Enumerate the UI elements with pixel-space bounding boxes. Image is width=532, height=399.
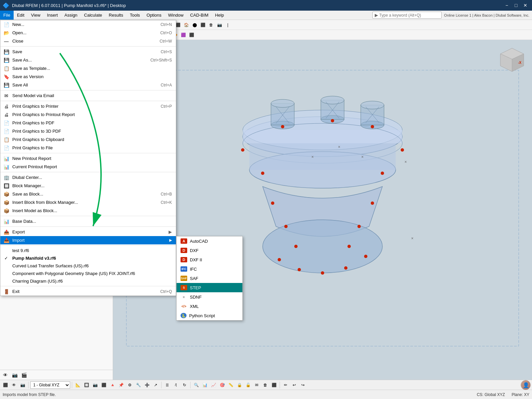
menu-insert-model-block[interactable]: 📦 Insert Model as Block... xyxy=(0,206,176,215)
menu-results[interactable]: Results xyxy=(105,11,126,20)
edit-btn-1[interactable]: ✏ xyxy=(282,381,290,389)
menu-open[interactable]: 📂 Open... Ctrl+O xyxy=(0,29,176,37)
coord-btn-4[interactable]: ⬛ xyxy=(100,381,108,389)
menu-edit[interactable]: Edit xyxy=(14,11,28,20)
render-btn-5[interactable]: 📏 xyxy=(227,381,235,389)
coord-btn-1[interactable]: 📐 xyxy=(74,381,82,389)
menu-import[interactable]: 📥 Import ▶ xyxy=(0,236,176,244)
coord-btn-7[interactable]: ⚙ xyxy=(126,381,134,389)
import-sdnf[interactable]: ≡ SDNF xyxy=(177,292,242,302)
bottom-btn-2[interactable]: 👁 xyxy=(10,381,18,389)
menu-print-printer[interactable]: 🖨 Print Graphics to Printer Ctrl+P xyxy=(0,102,176,110)
menu-save-block[interactable]: 📦 Save as Block... Ctrl+B xyxy=(0,190,176,198)
menu-current-printout[interactable]: 📊 Current Printout Report xyxy=(0,163,176,171)
import-autocad[interactable]: A AutoCAD xyxy=(177,236,242,246)
render-btn-10[interactable]: ⬛ xyxy=(270,381,278,389)
maximize-button[interactable]: □ xyxy=(512,1,520,9)
menu-block-manager[interactable]: 🔲 Block Manager... xyxy=(0,182,176,190)
render-btn-2[interactable]: 📊 xyxy=(201,381,209,389)
view-btn-persp[interactable]: ||| xyxy=(163,381,171,389)
menu-assign[interactable]: Assign xyxy=(61,11,81,20)
coord-btn-5[interactable]: 🔺 xyxy=(108,381,116,389)
menu-print-printout-report[interactable]: 🖨 Print Graphics to Printout Report xyxy=(0,110,176,119)
search-input[interactable] xyxy=(379,13,439,18)
import-step[interactable]: S STEP xyxy=(177,283,242,292)
menu-save-as[interactable]: 💾 Save As... Ctrl+Shift+S xyxy=(0,56,176,64)
coord-btn-8[interactable]: 🔧 xyxy=(134,381,142,389)
coord-btn-3[interactable]: 📷 xyxy=(91,381,99,389)
tb2-23[interactable]: ⬛ xyxy=(188,31,196,39)
render-btn-8[interactable]: ✉ xyxy=(253,381,261,389)
render-btn-3[interactable]: 📈 xyxy=(209,381,217,389)
left-panel-btn-1[interactable]: 👁 xyxy=(1,371,9,379)
tb-icon-14[interactable]: 📷 xyxy=(215,21,223,29)
menu-save-all[interactable]: 💾 Save All Ctrl+A xyxy=(0,81,176,89)
tb-icon-10[interactable]: 🏠 xyxy=(182,21,190,29)
minimize-button[interactable]: − xyxy=(503,1,511,9)
render-btn-7[interactable]: 🔓 xyxy=(244,381,252,389)
tb-icon-15[interactable]: | xyxy=(224,21,232,29)
render-btn-4[interactable]: 🎯 xyxy=(218,381,226,389)
import-saf[interactable]: SAF SAF xyxy=(177,274,242,283)
menu-insert-block[interactable]: 📦 Insert Block from Block Manager... Ctr… xyxy=(0,198,176,206)
menu-new[interactable]: 📄 New... Ctrl+N xyxy=(0,20,176,29)
recent-curved-load[interactable]: Curved Load Transfer Surfaces (US).rf6 xyxy=(0,262,176,270)
menu-view[interactable]: View xyxy=(28,11,44,20)
left-panel-btn-2[interactable]: 📷 xyxy=(11,371,19,379)
menu-window[interactable]: Window xyxy=(165,11,187,20)
bottom-btn-1[interactable]: ⬛ xyxy=(1,381,9,389)
menu-export[interactable]: 📤 Export ▶ xyxy=(0,228,176,236)
coord-btn-10[interactable]: ↗ xyxy=(152,381,160,389)
menu-save[interactable]: 💾 Save Ctrl+S xyxy=(0,48,176,56)
global-xyz-dropdown[interactable]: 1 - Global XYZ xyxy=(30,381,70,389)
import-python[interactable]: 🐍 Python Script xyxy=(177,311,242,320)
menu-insert[interactable]: Insert xyxy=(44,11,61,20)
tb-icon-12[interactable]: ⬛ xyxy=(199,21,207,29)
left-panel-btn-3[interactable]: 🎬 xyxy=(20,371,28,379)
recent-pump-manifold[interactable]: ✓ Pump Manifold v3.rf6 xyxy=(0,254,176,262)
menu-cad-bim[interactable]: CAD-BIM xyxy=(187,11,212,20)
recent-component[interactable]: Component with Polygonal Geometry Shape … xyxy=(0,270,176,277)
import-dxf2[interactable]: D DXF II xyxy=(177,255,242,264)
import-dxf[interactable]: D DXF xyxy=(177,246,242,255)
view-btn-rotate[interactable]: ↻ xyxy=(181,381,189,389)
menu-send-email[interactable]: ✉ Send Model via Email xyxy=(0,91,176,100)
tb-icon-13[interactable]: 🗑 xyxy=(207,21,215,29)
menu-base-data[interactable]: 📊 Base Data... xyxy=(0,217,176,225)
bottom-btn-3[interactable]: 📷 xyxy=(19,381,27,389)
nav-cube[interactable]: -X xyxy=(499,47,525,73)
menu-file[interactable]: File xyxy=(0,11,14,20)
menu-calculate[interactable]: Calculate xyxy=(81,11,105,20)
menu-exit[interactable]: 🚪 Exit Ctrl+Q xyxy=(0,287,176,296)
tb2-22[interactable]: 🟪 xyxy=(179,31,187,39)
menu-help[interactable]: Help xyxy=(212,11,227,20)
close-button[interactable]: ✕ xyxy=(521,1,529,9)
render-btn-9[interactable]: 🗑 xyxy=(261,381,269,389)
coord-btn-9[interactable]: ➕ xyxy=(143,381,151,389)
menu-print-file[interactable]: 📄 Print Graphics to File xyxy=(0,144,176,152)
recent-test-rf6[interactable]: test 9.rf6 xyxy=(0,247,176,254)
render-btn-1[interactable]: 🔍 xyxy=(192,381,200,389)
edit-btn-2[interactable]: ↩ xyxy=(290,381,298,389)
render-btn-6[interactable]: 🔒 xyxy=(235,381,243,389)
coord-btn-6[interactable]: 📌 xyxy=(117,381,125,389)
import-xml[interactable]: </> XML xyxy=(177,302,242,311)
recent-charring[interactable]: Charring Diagram (US).rf6 xyxy=(0,277,176,285)
coord-btn-2[interactable]: 🔲 xyxy=(82,381,90,389)
menu-save-template[interactable]: 📋 Save as Template... xyxy=(0,64,176,72)
menu-new-printout[interactable]: 📊 New Printout Report xyxy=(0,154,176,163)
menu-dlubal-center[interactable]: 🏢 Dlubal Center... xyxy=(0,173,176,182)
import-ifc[interactable]: IFC IFC xyxy=(177,264,242,274)
svg-point-20 xyxy=(371,125,374,128)
menu-save-version[interactable]: 🔖 Save as Version xyxy=(0,72,176,81)
menu-close[interactable]: — Close Ctrl+W xyxy=(0,37,176,45)
menu-tools[interactable]: Tools xyxy=(126,11,143,20)
edit-btn-3[interactable]: ↪ xyxy=(299,381,307,389)
menu-options[interactable]: Options xyxy=(143,11,165,20)
menu-print-3dpdf[interactable]: 📄 Print Graphics to 3D PDF xyxy=(0,127,176,135)
menu-print-pdf[interactable]: 📄 Print Graphics to PDF xyxy=(0,119,176,127)
view-btn-ortho[interactable]: /| xyxy=(172,381,180,389)
menu-print-clipboard[interactable]: 📋 Print Graphics to Clipboard xyxy=(0,135,176,144)
tb-icon-11[interactable]: ⬤ xyxy=(191,21,199,29)
export-icon: 📤 xyxy=(3,229,10,235)
